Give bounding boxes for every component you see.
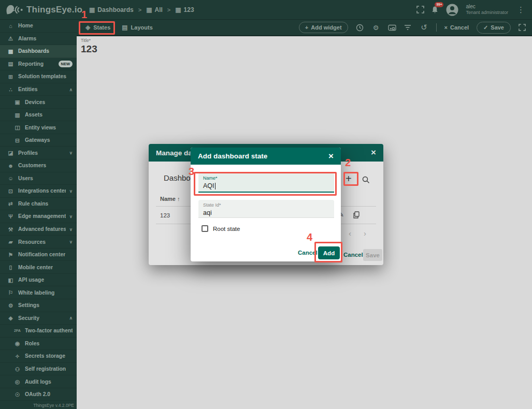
sidebar-item-label: Audit logs: [25, 379, 51, 385]
sidebar-item-label: Settings: [18, 302, 39, 308]
sidebar-item-solution-templates[interactable]: ⊞Solution templates: [0, 70, 77, 83]
sidebar-item-oauth[interactable]: ☉OAuth 2.0: [0, 388, 77, 401]
version-label: ThingsEye v.4.2.0PE: [33, 403, 74, 408]
key-icon: ✧: [13, 353, 21, 359]
chevron-down-icon: ∨: [69, 239, 73, 244]
timewindow-clock-icon[interactable]: [356, 24, 364, 32]
sidebar-item-self-registration[interactable]: ⚇Self registration: [0, 363, 77, 376]
avatar[interactable]: [445, 3, 459, 17]
sidebar-item-devices[interactable]: ▣Devices: [0, 96, 77, 109]
sidebar-item-label: Devices: [25, 99, 45, 105]
sidebar-item-profiles[interactable]: ◪Profiles∨: [0, 147, 77, 159]
sidebar-item-resources[interactable]: ▰Resources∨: [0, 236, 77, 249]
sidebar-item-label: Entity views: [25, 125, 56, 130]
name-column-header[interactable]: Name ↑: [160, 196, 180, 202]
root-state-checkbox[interactable]: [202, 225, 208, 232]
dashboard-icon: ▦: [146, 6, 152, 13]
copy-state-icon[interactable]: [353, 211, 360, 218]
add-button[interactable]: Add: [318, 246, 340, 259]
state-row-name[interactable]: 123: [160, 212, 170, 218]
sidebar-item-gateways[interactable]: ⊟Gateways: [0, 134, 77, 147]
sidebar-item-roles[interactable]: ◉Roles: [0, 338, 77, 350]
notifications-bell[interactable]: 99+: [431, 6, 439, 14]
home-icon: ⌂: [7, 23, 15, 29]
app-logo[interactable]: ThingsEye.io: [0, 4, 83, 16]
add-dialog-title: Add dashboard state: [198, 152, 267, 160]
state-id-input[interactable]: State Id* aqi: [198, 200, 334, 218]
sidebar-item-home[interactable]: ⌂Home: [0, 20, 77, 33]
assets-icon: ▥: [13, 112, 21, 118]
sidebar-item-notification-center[interactable]: ⚑Notification center: [0, 249, 77, 261]
name-input[interactable]: Name* AQI: [198, 173, 334, 193]
cancel-edit-button[interactable]: × Cancel: [444, 24, 469, 31]
gear-icon: ⚙: [7, 302, 15, 309]
sidebar-item-label: Assets: [25, 112, 42, 118]
devices-icon: ▣: [13, 99, 21, 105]
manage-cancel-button[interactable]: Cancel: [343, 252, 363, 258]
save-label: Save: [491, 24, 504, 31]
entities-icon: ∴: [7, 86, 15, 93]
sidebar-item-label: Entities: [18, 86, 38, 92]
sidebar-item-label: Edge management: [18, 213, 66, 219]
sidebar-item-advanced-features[interactable]: ⚒Advanced features∨: [0, 223, 77, 236]
sidebar-item-users[interactable]: ☺Users: [0, 172, 77, 185]
oauth-icon: ☉: [13, 391, 21, 398]
sidebar-item-settings[interactable]: ⚙Settings: [0, 299, 77, 312]
sidebar-item-entity-views[interactable]: ◫Entity views: [0, 121, 77, 134]
dashboard-settings-gear-icon[interactable]: ⚙: [372, 24, 380, 32]
states-button[interactable]: ◈ States: [80, 20, 116, 35]
close-icon[interactable]: ×: [328, 151, 334, 162]
breadcrumb-label: All: [154, 6, 162, 13]
sidebar-item-alarms[interactable]: ⚠Alarms: [0, 33, 77, 46]
sidebar-item-entities[interactable]: ∴Entities∧: [0, 83, 77, 96]
chevron-down-icon: ∨: [69, 214, 73, 219]
sidebar-item-label: Customers: [18, 163, 46, 168]
breadcrumb-dashboards[interactable]: ▦ Dashboards: [89, 6, 134, 13]
dashboard-title-field[interactable]: Title* 123: [81, 38, 97, 55]
add-dialog-cancel-button[interactable]: Cancel: [298, 250, 318, 256]
fullscreen-icon[interactable]: [519, 24, 526, 31]
user-info[interactable]: alec Tenant administrator: [466, 4, 508, 16]
user-role: Tenant administrator: [466, 10, 508, 16]
sidebar-item-api-usage[interactable]: ◧API usage: [0, 274, 77, 287]
advanced-features-icon: ⚒: [7, 226, 15, 232]
version-history-icon[interactable]: ↺: [420, 23, 428, 32]
save-dashboard-button[interactable]: ✓ Save: [477, 22, 511, 34]
breadcrumb-all[interactable]: ▦ All: [146, 6, 163, 13]
manage-save-button[interactable]: Save: [363, 249, 382, 261]
reporting-icon: ▤: [7, 61, 15, 67]
add-widget-label: Add widget: [311, 24, 341, 31]
entity-aliases-icon[interactable]: [388, 24, 396, 31]
filter-icon[interactable]: [404, 24, 412, 31]
sidebar-item-mobile-center[interactable]: ▯Mobile center: [0, 261, 77, 274]
next-page-icon[interactable]: ›: [364, 229, 366, 238]
top-header: ThingsEye.io ▦ Dashboards > ▦ All > ▦ 12…: [0, 0, 532, 20]
sidebar-item-security[interactable]: ◈Security∧: [0, 312, 77, 325]
sidebar-item-secrets-storage[interactable]: ✧Secrets storage: [0, 350, 77, 363]
sidebar-item-edge-management[interactable]: ΨEdge management∨: [0, 210, 77, 223]
add-state-button[interactable]: +: [346, 173, 352, 185]
close-icon[interactable]: ×: [371, 148, 376, 158]
prev-page-icon[interactable]: ‹: [349, 229, 351, 238]
sidebar-item-two-factor[interactable]: 2FATwo-factor authenticati...: [0, 325, 77, 338]
fullscreen-icon[interactable]: [416, 6, 424, 13]
sidebar-item-reporting[interactable]: ▤ReportingNEW: [0, 58, 77, 71]
sidebar-item-customers[interactable]: ☻Customers: [0, 159, 77, 172]
dashboard-icon: ▦: [175, 6, 181, 13]
layouts-button[interactable]: ▤ Layouts: [116, 20, 159, 35]
sidebar-item-integrations-center[interactable]: ⊡Integrations center∨: [0, 185, 77, 198]
search-icon[interactable]: [362, 176, 370, 184]
new-badge: NEW: [59, 61, 73, 67]
breadcrumb-123[interactable]: ▦ 123: [175, 6, 194, 13]
add-widget-button[interactable]: + Add widget: [299, 22, 348, 33]
toolbar-actions: + Add widget ⚙ ↺ ×: [299, 22, 532, 34]
sidebar-item-label: Home: [18, 23, 33, 28]
sidebar-item-dashboards[interactable]: ▦Dashboards: [0, 45, 77, 58]
sidebar-item-rule-chains[interactable]: ⇄Rule chains: [0, 198, 77, 211]
sidebar-item-audit-logs[interactable]: ◎Audit logs: [0, 375, 77, 388]
sidebar-item-assets[interactable]: ▥Assets: [0, 109, 77, 122]
resources-icon: ▰: [7, 239, 15, 245]
more-vert-icon[interactable]: ⋮: [515, 5, 527, 14]
toolbar-divider: [436, 23, 437, 32]
sidebar-item-white-labeling[interactable]: ⚐White labeling: [0, 286, 77, 299]
